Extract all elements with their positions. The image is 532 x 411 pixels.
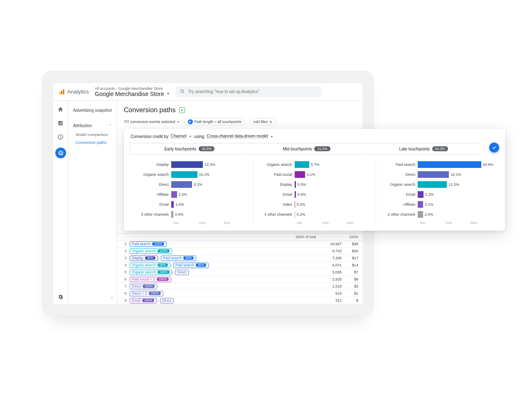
search-input[interactable] (188, 89, 317, 94)
table-row[interactable]: 2Organic search100%8,742$20 (117, 248, 362, 255)
bar-value: 2.1% (423, 202, 433, 207)
svg-rect-0 (59, 92, 60, 94)
bar-label: 2 other channels (380, 212, 418, 217)
touchpoints-card: Conversion credit by Channel ▼ using Cro… (124, 129, 505, 231)
bar-value: 12.1% (449, 172, 461, 177)
bar-value: 2.0% (423, 212, 433, 217)
svg-rect-8 (61, 122, 62, 124)
sidebar-snapshot[interactable]: Advertising snapshot (71, 106, 113, 115)
row-revenue: $26 (342, 242, 358, 246)
nav-admin-icon[interactable] (53, 294, 68, 300)
row-index: 4 (121, 263, 130, 267)
sidebar-conversion-paths[interactable]: Conversion paths (71, 138, 113, 146)
bar-area: 2.0% (418, 211, 495, 218)
row-path: Email100%›Direct (130, 298, 308, 303)
path-length-chip[interactable]: P Path length = all touchpoints (184, 118, 245, 126)
bar-label: Organic search (134, 172, 171, 177)
bar-value: 4.1% (305, 172, 315, 177)
table-row[interactable]: 9Email100%›Direct312$ (117, 297, 362, 304)
page-title: Conversion paths (124, 106, 176, 114)
chart-bar-row: Affiliate2.2% (134, 190, 249, 199)
chart-bar-row: Organic search11.3% (380, 180, 495, 190)
row-path: Organic search50%›Paid search50% (130, 263, 308, 268)
bar-value: 2.2% (424, 192, 434, 197)
path-channel-chip: Paid search50% (161, 256, 196, 261)
row-revenue: $20 (342, 249, 358, 253)
bar-label: Email (257, 192, 295, 197)
insights-icon[interactable] (179, 107, 185, 113)
tab-pct-badge: 34.5% (199, 146, 214, 151)
axis-tick: 15% (322, 221, 347, 225)
table-row[interactable]: 3Display50%›Paid search50%7,285$17 (117, 255, 362, 262)
dimension-selector[interactable]: Channel (171, 134, 186, 139)
path-channel-chip: Organic search100% (130, 270, 172, 275)
chip-label: Paid search (132, 242, 150, 246)
tab-late-touchpoints[interactable]: Late touchpoints 54.3% (364, 143, 483, 155)
confirm-check-button[interactable] (489, 143, 499, 153)
tab-early-touchpoints[interactable]: Early touchpoints 34.5% (130, 143, 249, 155)
table-row[interactable]: 7Direct100%1,518$3 (117, 283, 362, 290)
bar-value: 8.1% (192, 182, 202, 187)
axis-tick: 30% (224, 221, 249, 225)
bar-label: 4 other channels (257, 212, 295, 217)
sidebar-attribution-header[interactable]: Attribution ⌃ (71, 121, 113, 130)
nav-advertising-icon[interactable] (55, 148, 66, 158)
bar-fill (418, 201, 423, 208)
add-filter-button[interactable]: Add filter + (249, 118, 276, 126)
bar-value: 0.2% (295, 202, 305, 207)
row-revenue: $7 (342, 270, 358, 274)
side-panel: Advertising snapshot Attribution ⌃ Model… (68, 101, 117, 304)
collapse-panel-icon[interactable]: ‹ (111, 295, 113, 300)
nav-reports-icon[interactable] (53, 120, 68, 126)
path-channel-chip: Paid search100% (130, 241, 167, 247)
row-index: 6 (121, 277, 130, 281)
svg-point-10 (59, 152, 62, 154)
filter-row: 7/7 conversion events selected ▼ P Path … (124, 118, 356, 126)
table-row[interactable]: 5Organic search100%›Direct3,035$7 (117, 269, 362, 276)
chart-bar-row: Direct8.1% (134, 180, 249, 190)
bar-label: Display (257, 182, 295, 187)
model-selector[interactable]: Cross-channel data-driven model (207, 134, 268, 139)
tab-mid-touchpoints[interactable]: Mid touchpoints 11.2% (247, 143, 367, 155)
bar-value: 1.0% (174, 202, 184, 207)
tab-label: Early touchpoints (164, 147, 196, 151)
nav-rail (53, 101, 68, 304)
row-index: 8 (121, 291, 130, 295)
bar-area: 0.2% (295, 211, 372, 218)
sidebar-attribution-label: Attribution (73, 123, 92, 128)
search-bar[interactable] (176, 86, 321, 97)
table-row[interactable]: 8Direct × 2100%518$1 (117, 290, 362, 297)
bar-fill (171, 191, 177, 198)
table-row[interactable]: 4Organic search50%›Paid search50%6,071$1… (117, 262, 362, 269)
chip-pct-badge: 100% (152, 242, 164, 246)
row-index: 3 (121, 256, 130, 260)
table-totals-row: 100% of total 100% (117, 233, 362, 241)
row-conversions: 518 (308, 291, 342, 295)
sidebar-model-comparison[interactable]: Model comparison (71, 130, 113, 138)
nav-home-icon[interactable] (53, 106, 68, 113)
conversion-events-selector[interactable]: 7/7 conversion events selected ▼ (124, 120, 180, 124)
row-conversions: 312 (308, 298, 342, 303)
path-channel-chip: Organic search100% (130, 249, 172, 254)
bar-label: Paid social (257, 172, 295, 177)
table-row[interactable]: 1Paid search100%10,927$26 (117, 241, 362, 248)
product-name: Analytics (67, 89, 89, 95)
bar-value: 2.2% (177, 192, 187, 197)
nav-explore-icon[interactable] (53, 134, 68, 140)
bar-fill (418, 171, 449, 178)
chevron-right-icon: › (157, 298, 158, 303)
bar-label: Email (380, 192, 418, 197)
bar-area: 0.8% (171, 211, 249, 218)
bar-area: 8.1% (171, 181, 249, 188)
axis-tick: 0% (174, 221, 199, 225)
property-selector[interactable]: All accounts › Google Merchandise Store … (95, 86, 170, 97)
table-row[interactable]: 6Paid social × 2100%2,525$6 (117, 276, 362, 283)
row-revenue: $3 (342, 284, 358, 288)
path-chip-label: Path length = all touchpoints (195, 120, 241, 124)
chip-pct-badge: 50% (158, 263, 168, 267)
breadcrumb: All accounts › Google Merchandise Store (95, 86, 170, 91)
chart-bar-row: 4 other channels0.2% (257, 209, 372, 219)
chart-column: Organic search5.7%Paid social4.1%Display… (253, 160, 376, 225)
bar-value: 12.3% (203, 162, 215, 167)
product-logo[interactable]: Analytics (58, 89, 89, 95)
